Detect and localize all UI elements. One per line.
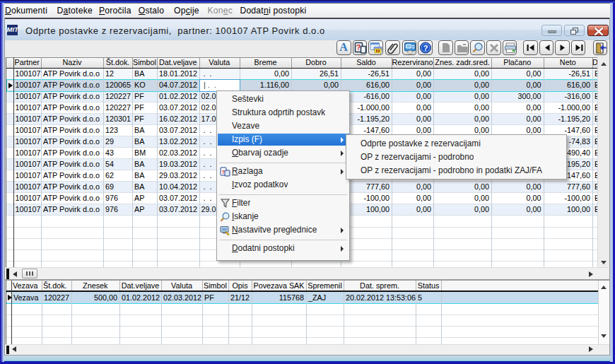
svg-text:?: ? (221, 169, 225, 175)
svg-text:?: ? (423, 44, 428, 52)
